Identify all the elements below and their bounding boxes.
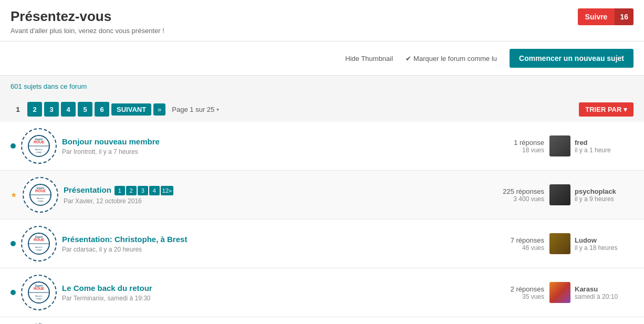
poster-time: samedi à 20:10 xyxy=(575,293,633,300)
page-3[interactable]: 3 xyxy=(44,102,59,117)
hide-thumbnail-toggle[interactable]: Hide Thumbnail xyxy=(345,55,393,62)
poster-name: Ludow xyxy=(575,236,633,244)
poster-name: psychoplack xyxy=(575,187,633,195)
topic-views: 3 400 vues xyxy=(481,195,544,203)
topic-views: 46 vues xyxy=(481,244,544,252)
svg-text:ROUE: ROUE xyxy=(35,189,46,193)
follow-button-label: Suivre xyxy=(578,8,615,25)
sort-button[interactable]: TRIER PAR ▾ xyxy=(579,102,633,117)
topic-title-link[interactable]: Bonjour nouveau membre xyxy=(62,137,160,146)
toolbar-section: Hide Thumbnail ✔ Marquer le forum comme … xyxy=(0,41,644,76)
svg-text:ROUE: ROUE xyxy=(34,140,45,144)
table-row: Esprit ROUE Aucune image Bonjour nouveau… xyxy=(0,122,644,171)
thumbnail-circle: Esprit ROUE Aucune image xyxy=(21,275,57,310)
topic-title-row: Le Come back du retour xyxy=(62,284,476,292)
topic-last-poster: Ludow il y a 18 heures xyxy=(549,233,633,254)
topic-page-badge[interactable]: 3 xyxy=(138,186,148,195)
unread-dot xyxy=(11,241,16,246)
topic-meta: Par cdarsac, il y a 20 heures xyxy=(62,246,476,253)
topic-title-link[interactable]: Présentation xyxy=(64,185,111,194)
svg-text:image: image xyxy=(36,151,43,153)
page-info: Page 1 sur 25 ▾ xyxy=(172,106,219,113)
topic-main: Bonjour nouveau membre Par Irontrott, il… xyxy=(62,137,476,155)
topic-title-link[interactable]: Le Come back du retour xyxy=(62,284,152,292)
topic-thumbnail: Esprit ROUE Aucune image xyxy=(23,177,58,213)
skip-pages-button[interactable]: » xyxy=(153,103,165,116)
topic-title-row: Présentation123412» xyxy=(64,185,476,195)
header-section: Présentez-vous Avant d'aller plus loin, … xyxy=(0,0,644,41)
page-6[interactable]: 6 xyxy=(95,102,109,117)
topic-replies: 225 réponses xyxy=(481,187,544,195)
topic-stats: 7 réponses 46 vues xyxy=(481,236,544,252)
sort-label: TRIER PAR xyxy=(585,106,621,113)
page-current[interactable]: 1 xyxy=(11,102,25,117)
svg-text:ROUE: ROUE xyxy=(34,238,45,242)
page-2[interactable]: 2 xyxy=(27,102,42,117)
table-row: Esprit ROUE Aucune image Le Come back du… xyxy=(0,268,644,317)
star-icon: ★ xyxy=(11,191,17,199)
poster-name: Karasu xyxy=(575,285,633,293)
topic-title-row: Présentation: Christophe, à Brest xyxy=(62,235,476,244)
avatar xyxy=(549,282,570,303)
checkmark-icon: ✔ xyxy=(406,55,411,62)
topic-last-poster: fred il y a 1 heure xyxy=(549,135,633,156)
unread-dot xyxy=(11,143,16,149)
sort-chevron-icon: ▾ xyxy=(624,106,627,113)
poster-time: il y a 1 heure xyxy=(575,147,633,154)
follow-button[interactable]: Suivre 16 xyxy=(578,8,633,25)
esprit-roue-logo-icon: Esprit ROUE Aucune image xyxy=(26,133,52,159)
topic-pages: 123412» xyxy=(115,186,173,195)
topic-meta: Par Irontrott, il y a 7 heures xyxy=(62,148,476,155)
poster-info: Karasu samedi à 20:10 xyxy=(575,285,633,300)
avatar xyxy=(549,184,570,205)
topic-stats: 1 réponse 18 vues xyxy=(481,139,544,154)
esprit-roue-logo-icon: Esprit ROUE Aucune image xyxy=(27,182,54,208)
unread-dot xyxy=(11,290,16,295)
topic-title-link[interactable]: Présentation: Christophe, à Brest xyxy=(62,235,187,244)
topic-page-badge[interactable]: 2 xyxy=(126,186,137,195)
topic-page-badge[interactable]: 12» xyxy=(161,186,173,195)
poster-info: fred il y a 1 heure xyxy=(575,139,633,154)
topics-list: Esprit ROUE Aucune image Bonjour nouveau… xyxy=(0,122,644,324)
header-top: Présentez-vous Avant d'aller plus loin, … xyxy=(11,8,633,35)
topic-last-poster: Karasu samedi à 20:10 xyxy=(549,282,633,303)
header-text: Présentez-vous Avant d'aller plus loin, … xyxy=(11,8,164,35)
topic-meta: Par Xavier, 12 octobre 2016 xyxy=(64,197,476,205)
svg-text:ROUE: ROUE xyxy=(34,287,45,290)
avatar xyxy=(549,233,570,254)
page-info-text: Page 1 sur 25 xyxy=(172,106,214,113)
next-page-button[interactable]: SUIVANT xyxy=(111,103,151,116)
page-title: Présentez-vous xyxy=(11,8,164,25)
page-5[interactable]: 5 xyxy=(78,102,92,117)
avatar xyxy=(549,135,570,156)
poster-info: psychoplack il y a 9 heures xyxy=(575,187,633,203)
poster-time: il y a 9 heures xyxy=(575,195,633,203)
svg-text:image: image xyxy=(38,200,44,202)
page-4[interactable]: 4 xyxy=(61,102,76,117)
chevron-down-icon: ▾ xyxy=(216,107,219,112)
poster-name: fred xyxy=(575,139,633,147)
new-topic-button[interactable]: Commencer un nouveau sujet xyxy=(510,49,633,68)
thumbnail-circle: Esprit ROUE Aucune image xyxy=(21,128,57,164)
topic-main: Présentation: Christophe, à Brest Par cd… xyxy=(62,235,476,253)
topic-page-badge[interactable]: 1 xyxy=(115,186,125,195)
thumbnail-circle: Esprit ROUE Aucune image xyxy=(21,226,57,262)
forum-count-link[interactable]: 601 sujets dans ce forum xyxy=(11,82,87,90)
topic-stats: 2 réponses 35 vues xyxy=(481,285,544,300)
table-row: Esprit ROUE Aucune image Nouveau de Bron… xyxy=(0,317,644,324)
topic-main: Le Come back du retour Par Terminanix, s… xyxy=(62,284,476,302)
topic-last-poster: psychoplack il y a 9 heures xyxy=(549,184,633,205)
follow-count: 16 xyxy=(615,8,633,25)
forum-meta: 601 sujets dans ce forum xyxy=(0,76,644,97)
esprit-roue-logo-icon: Esprit ROUE Aucune image xyxy=(26,231,52,257)
topic-replies: 1 réponse xyxy=(481,139,544,147)
topic-thumbnail: Esprit ROUE Aucune image xyxy=(21,128,57,164)
svg-text:image: image xyxy=(36,297,43,300)
mark-read-button[interactable]: ✔ Marquer le forum comme lu xyxy=(406,55,497,62)
topic-main: Présentation123412» Par Xavier, 12 octob… xyxy=(64,185,476,205)
topic-views: 18 vues xyxy=(481,147,544,154)
topic-views: 35 vues xyxy=(481,293,544,300)
poster-info: Ludow il y a 18 heures xyxy=(575,236,633,252)
topic-thumbnail: Esprit ROUE Aucune image xyxy=(21,226,57,262)
topic-page-badge[interactable]: 4 xyxy=(149,186,160,195)
